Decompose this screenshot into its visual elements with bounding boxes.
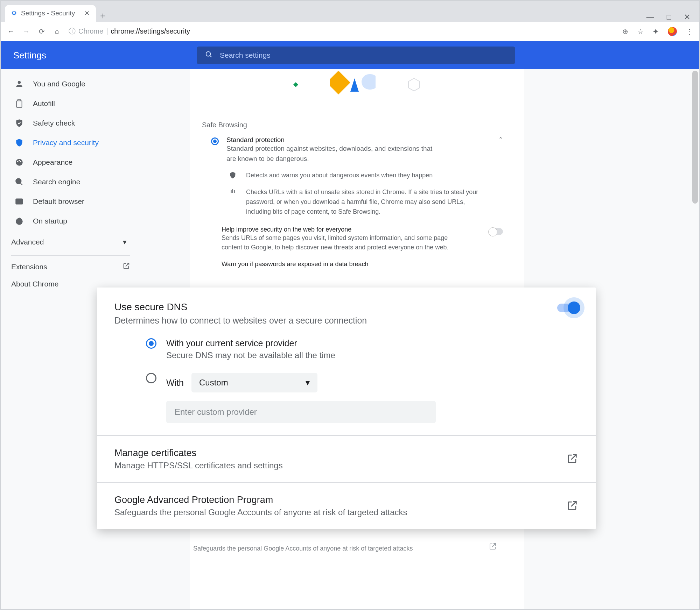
certs-title: Manage certificates xyxy=(114,448,283,459)
sidebar-extensions[interactable]: Extensions xyxy=(1,258,141,276)
sidebar-item-autofill[interactable]: Autofill xyxy=(1,94,141,113)
reload-icon[interactable]: ⟳ xyxy=(38,27,46,36)
diamond-icon xyxy=(293,82,299,87)
dns-provider-dropdown[interactable]: Custom ▾ xyxy=(191,373,317,392)
sidebar-advanced[interactable]: Advanced ▾ xyxy=(1,231,141,253)
custom-provider-input[interactable] xyxy=(166,401,436,423)
window-controls: — □ ✕ xyxy=(637,13,699,22)
url-sep: | xyxy=(106,27,108,35)
svg-rect-13 xyxy=(330,71,350,94)
gapp-desc: Safeguards the personal Google Accounts … xyxy=(114,508,407,517)
sidebar-label: Safety check xyxy=(33,119,75,127)
sidebar-item-on-startup[interactable]: On startup xyxy=(1,211,141,231)
tab-title: Settings - Security xyxy=(21,9,75,17)
chevron-down-icon: ▾ xyxy=(123,238,127,246)
hexagon-icon xyxy=(407,78,421,92)
sidebar-label: You and Google xyxy=(33,80,85,88)
home-icon[interactable]: ⌂ xyxy=(53,27,61,35)
sidebar-label: Appearance xyxy=(33,158,72,166)
feature-check-text: Checks URLs with a list of unsafe sites … xyxy=(246,187,484,217)
svg-point-6 xyxy=(16,178,21,184)
sidebar-item-safety-check[interactable]: Safety check xyxy=(1,113,141,133)
warn-password-breach: Warn you if passwords are exposed in a d… xyxy=(190,252,524,268)
sidebar-label: On startup xyxy=(33,217,67,225)
help-improve-title: Help improve security on the web for eve… xyxy=(222,226,453,233)
tab-settings-security[interactable]: ⚙ Settings - Security ✕ xyxy=(5,5,96,22)
zoom-icon[interactable]: ⊕ xyxy=(622,27,628,36)
sidebar-label: Search engine xyxy=(33,178,80,186)
sidebar-extensions-label: Extensions xyxy=(11,263,47,271)
url-path: chrome://settings/security xyxy=(111,27,190,35)
svg-point-5 xyxy=(20,161,21,162)
gapp-title: Google Advanced Protection Program xyxy=(114,495,407,505)
close-window-icon[interactable]: ✕ xyxy=(684,13,690,22)
address-bar: ← → ⟳ ⌂ ⓘ Chrome | chrome://settings/sec… xyxy=(1,22,699,41)
svg-line-7 xyxy=(20,183,22,185)
divider xyxy=(11,255,130,256)
page-scrollbar[interactable] xyxy=(692,71,698,204)
clipboard-icon xyxy=(15,99,24,108)
secure-dns-title: Use secure DNS xyxy=(114,302,367,313)
person-icon xyxy=(15,79,24,88)
radio-standard-protection[interactable] xyxy=(211,137,219,145)
dns-opt1-desc: Secure DNS may not be available all the … xyxy=(166,350,335,360)
power-icon xyxy=(15,217,24,226)
bars-icon: ılı xyxy=(229,187,237,194)
sidebar-item-appearance[interactable]: Appearance xyxy=(1,152,141,172)
standard-protection-title: Standard protection xyxy=(226,136,443,144)
minimize-icon[interactable]: — xyxy=(646,13,654,22)
dns-option-custom[interactable]: With Custom ▾ xyxy=(114,360,578,392)
settings-title: Settings xyxy=(13,50,46,61)
radio-custom-provider[interactable] xyxy=(146,373,156,383)
svg-marker-14 xyxy=(350,78,359,92)
radio-current-provider[interactable] xyxy=(146,338,156,349)
launch-icon xyxy=(566,453,578,466)
shapes-icon xyxy=(330,71,376,96)
sidebar-label: Autofill xyxy=(33,99,55,108)
gear-icon: ⚙ xyxy=(11,9,17,17)
bookmark-icon[interactable]: ☆ xyxy=(637,27,644,36)
forward-icon[interactable]: → xyxy=(22,27,30,35)
back-icon[interactable]: ← xyxy=(7,27,15,35)
manage-certificates-row[interactable]: Manage certificates Manage HTTPS/SSL cer… xyxy=(97,435,596,482)
help-improve-desc: Sends URLs of some pages you visit, limi… xyxy=(222,233,453,252)
advanced-protection-row[interactable]: Google Advanced Protection Program Safeg… xyxy=(97,482,596,529)
maximize-icon[interactable]: □ xyxy=(667,13,671,22)
sidebar-item-you-and-google[interactable]: You and Google xyxy=(1,74,141,94)
help-improve-toggle[interactable] xyxy=(489,228,503,235)
profile-avatar[interactable] xyxy=(668,27,677,36)
svg-point-4 xyxy=(19,160,20,161)
new-tab-button[interactable]: ＋ xyxy=(96,9,110,22)
extensions-icon[interactable]: ✦ xyxy=(653,27,659,36)
dns-opt1-title: With your current service provider xyxy=(166,338,335,348)
dns-option-current-provider[interactable]: With your current service provider Secur… xyxy=(114,326,578,360)
svg-point-0 xyxy=(206,52,211,56)
launch-icon xyxy=(122,262,130,271)
close-tab-icon[interactable]: ✕ xyxy=(84,9,90,17)
svg-rect-8 xyxy=(16,199,23,204)
svg-line-1 xyxy=(210,56,212,57)
site-info-icon[interactable]: ⓘ xyxy=(69,27,76,36)
dns-dropdown-value: Custom xyxy=(199,378,228,388)
feature-detect-text: Detects and warns you about dangerous ev… xyxy=(246,171,433,180)
certs-desc: Manage HTTPS/SSL certificates and settin… xyxy=(114,461,283,470)
secure-dns-overlay: Use secure DNS Determines how to connect… xyxy=(97,288,596,529)
sidebar-item-search-engine[interactable]: Search engine xyxy=(1,172,141,192)
omnibox[interactable]: ⓘ Chrome | chrome://settings/security xyxy=(69,27,190,36)
settings-search-input[interactable] xyxy=(219,51,507,60)
tab-strip: ⚙ Settings - Security ✕ ＋ — □ ✕ xyxy=(1,1,699,22)
palette-icon xyxy=(15,158,24,167)
settings-search[interactable] xyxy=(197,47,515,64)
help-improve-row: Help improve security on the web for eve… xyxy=(190,217,524,252)
svg-point-3 xyxy=(17,161,18,162)
browser-icon xyxy=(15,197,24,206)
magnifier-icon xyxy=(15,177,24,186)
secure-dns-toggle[interactable] xyxy=(557,304,578,312)
chevron-up-icon[interactable]: ⌃ xyxy=(498,136,510,143)
menu-icon[interactable]: ⋮ xyxy=(686,27,693,36)
sidebar-item-privacy-security[interactable]: Privacy and security xyxy=(1,133,141,152)
shield-small-icon xyxy=(229,171,237,180)
url-scheme: Chrome xyxy=(78,27,103,35)
sidebar-item-default-browser[interactable]: Default browser xyxy=(1,192,141,211)
dns-opt2-title: With xyxy=(166,378,184,388)
